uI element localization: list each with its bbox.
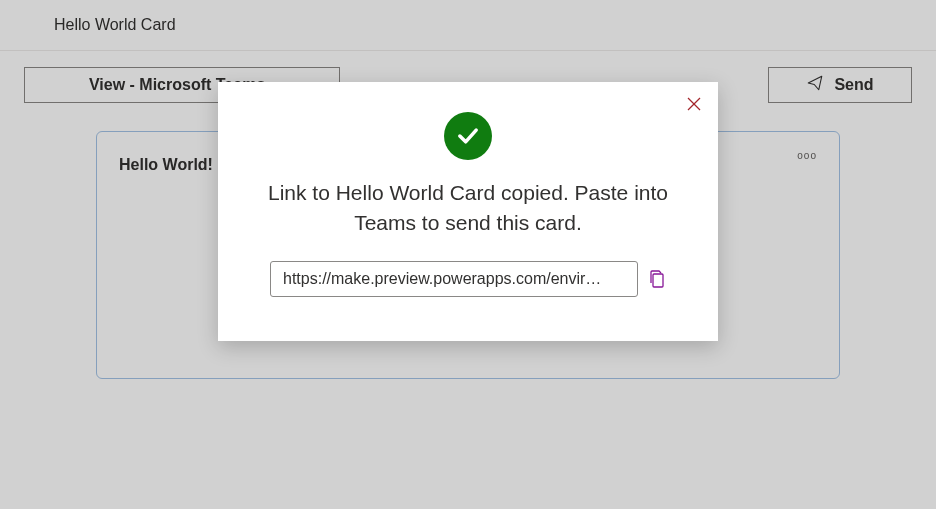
modal-overlay: Link to Hello World Card copied. Paste i…: [0, 0, 936, 509]
close-icon: [686, 96, 702, 112]
svg-rect-2: [653, 274, 663, 287]
url-input[interactable]: [270, 261, 638, 297]
url-row: [248, 261, 688, 297]
modal-message: Link to Hello World Card copied. Paste i…: [248, 178, 688, 239]
copy-button[interactable]: [648, 269, 666, 289]
copy-icon: [648, 269, 666, 289]
success-icon: [444, 112, 492, 160]
copy-link-modal: Link to Hello World Card copied. Paste i…: [218, 82, 718, 341]
close-button[interactable]: [686, 96, 702, 116]
checkmark-icon: [454, 122, 482, 150]
